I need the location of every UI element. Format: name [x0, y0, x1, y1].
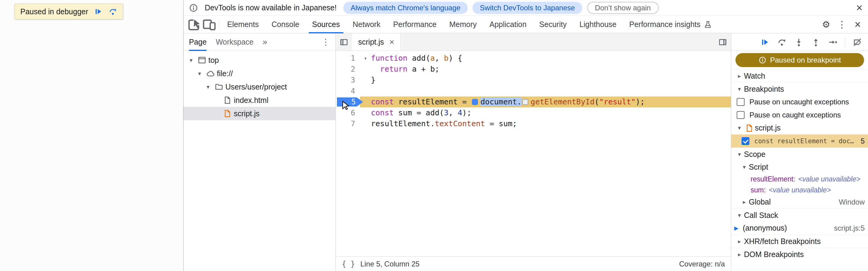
debugger-sections: Paused on breakpoint ▸ Watch ▾ Breakpoin… [731, 51, 868, 271]
scope-variable-row[interactable]: sum: <value unavailable> [731, 184, 868, 195]
breakpoint-checkbox[interactable] [742, 137, 749, 145]
close-devtools-icon[interactable]: × [850, 17, 865, 32]
tab-elements[interactable]: Elements [221, 16, 265, 33]
chevron-down-icon[interactable]: ▾ [187, 57, 196, 64]
tree-item-users-user-project[interactable]: ▾Users/user/project [184, 80, 335, 93]
step-button[interactable] [828, 37, 838, 47]
scope-script-group-header[interactable]: ▾ Script [731, 160, 868, 174]
toolbar-separator [219, 20, 219, 29]
device-toolbar-icon[interactable] [202, 16, 217, 33]
mouse-cursor [340, 100, 351, 111]
tree-item-script-js[interactable]: script.js [184, 107, 335, 120]
toggle-navigator-icon[interactable] [336, 33, 352, 51]
code-line-4[interactable]: 4 [336, 86, 731, 96]
infobar-message: DevTools is now available in Japanese! [205, 3, 337, 12]
call-stack-frame[interactable]: ▶ (anonymous) script.js:5 [731, 221, 868, 235]
watch-section-header[interactable]: ▸ Watch [731, 69, 868, 82]
breakpoint-file-group-header[interactable]: ▾ script.js [731, 121, 868, 134]
chevron-down-icon[interactable]: ▾ [195, 70, 204, 77]
tab-label: Memory [449, 20, 476, 29]
code-token: add( [407, 54, 430, 62]
chevron-right-icon: ▸ [735, 238, 744, 245]
code-token: ); [462, 108, 471, 117]
code-line-5[interactable]: 5const resultElement = document.getEleme… [336, 96, 731, 108]
always-match-chrome-s-language-button[interactable]: Always match Chrome's language [343, 2, 468, 14]
code-line-2[interactable]: 2 return a + b; [336, 64, 731, 74]
don-t-show-again-button[interactable]: Don’t show again [587, 2, 659, 14]
line-number-4[interactable]: 4 [336, 86, 360, 96]
resume-button[interactable] [760, 37, 770, 47]
step-into-button[interactable] [794, 37, 804, 47]
paused-in-debugger-banner: Paused in debugger [14, 4, 123, 20]
tab-console[interactable]: Console [265, 16, 306, 33]
tab-workspace[interactable]: Workspace [216, 33, 253, 51]
pause-uncaught-label: Pause on uncaught exceptions [749, 98, 849, 106]
tab-sources[interactable]: Sources [306, 16, 346, 33]
chevron-down-icon[interactable]: ▾ [204, 84, 213, 90]
paused-message-label: Paused on breakpoint [770, 56, 841, 64]
code-token: return [380, 65, 407, 73]
tab-security[interactable]: Security [533, 16, 573, 33]
tree-item-label: index.html [234, 96, 269, 105]
inspect-icon[interactable] [187, 16, 202, 33]
line-number-3[interactable]: 3 [336, 74, 360, 86]
tree-item-index-html[interactable]: index.html [184, 93, 335, 107]
code-line-1[interactable]: 1▾function add(a, b) { [336, 53, 731, 64]
scope-variable-row[interactable]: resultElement: <value unavailable> [731, 174, 868, 184]
xhr-breakpoints-section-header[interactable]: ▸ XHR/fetch Breakpoints [731, 235, 868, 248]
tab-lighthouse[interactable]: Lighthouse [573, 16, 623, 33]
scope-global-group-header[interactable]: ▸ Global Window [731, 195, 868, 209]
pretty-print-icon[interactable]: { } [342, 260, 355, 268]
close-icon[interactable]: × [856, 2, 863, 13]
code-line-6[interactable]: 6const sum = add(3, 4); [336, 108, 731, 118]
tree-item-top[interactable]: ▾top [184, 53, 335, 67]
step-over-icon[interactable] [108, 7, 117, 16]
tab-performance-insights[interactable]: Performance insights [623, 16, 718, 33]
tab-application[interactable]: Application [483, 16, 533, 33]
devtools-tabbar: ElementsConsoleSourcesNetworkPerformance… [184, 16, 868, 33]
breakpoint-entry[interactable]: const resultElement = doc… 5 [731, 134, 868, 148]
more-menu-icon[interactable]: ⋮ [835, 17, 849, 32]
switch-devtools-to-japanese-button[interactable]: Switch DevTools to Japanese [472, 2, 582, 14]
fold-gutter [360, 118, 371, 129]
line-number-1[interactable]: 1 [336, 53, 360, 64]
close-tab-icon[interactable]: × [390, 38, 394, 47]
code-line-3[interactable]: 3} [336, 74, 731, 86]
dom-breakpoints-section-header[interactable]: ▸ DOM Breakpoints [731, 248, 868, 261]
file-tree: ▾top▾file://▾Users/user/projectindex.htm… [184, 51, 335, 120]
script-file-icon [744, 123, 755, 132]
tab-page[interactable]: Page [189, 33, 207, 51]
deactivate-breakpoints-button[interactable] [852, 37, 862, 47]
scope-script-label: Script [749, 163, 768, 172]
breakpoints-section-header[interactable]: ▾ Breakpoints [731, 82, 868, 95]
pause-caught-checkbox[interactable] [737, 111, 745, 119]
code-token: } [371, 76, 375, 84]
step-out-button[interactable] [811, 37, 821, 47]
code-fold-icon[interactable]: ▾ [360, 53, 371, 64]
tab-network[interactable]: Network [346, 16, 387, 33]
xhr-breakpoints-label: XHR/fetch Breakpoints [744, 237, 821, 246]
scope-section-header[interactable]: ▾ Scope [731, 148, 868, 160]
inline-breakpoint-marker-active[interactable] [472, 99, 478, 105]
pause-uncaught-checkbox[interactable] [737, 98, 745, 106]
chevron-double-right-icon[interactable]: » [262, 37, 267, 47]
settings-gear-icon[interactable]: ⚙ [819, 17, 833, 32]
pause-uncaught-exceptions-row[interactable]: Pause on uncaught exceptions [731, 95, 868, 108]
code-line-7[interactable]: 7resultElement.textContent = sum; [336, 118, 731, 129]
tree-item-file[interactable]: ▾file:// [184, 67, 335, 80]
pause-caught-exceptions-row[interactable]: Pause on caught exceptions [731, 108, 868, 121]
tab-memory[interactable]: Memory [443, 16, 483, 33]
line-number-2[interactable]: 2 [336, 64, 360, 74]
step-over-button[interactable] [777, 37, 787, 47]
editor-tab-scriptjs[interactable]: script.js × [352, 33, 401, 51]
toggle-debugger-sidebar-icon[interactable] [718, 33, 731, 51]
line-number-5[interactable]: 5 [336, 96, 360, 108]
tab-performance[interactable]: Performance [387, 16, 443, 33]
code-token: 4 [458, 108, 462, 117]
line-number-7[interactable]: 7 [336, 118, 360, 129]
chevron-right-icon: ▸ [735, 72, 744, 80]
inline-breakpoint-marker[interactable] [522, 99, 528, 105]
resume-icon[interactable] [94, 7, 103, 16]
call-stack-section-header[interactable]: ▾ Call Stack [731, 209, 868, 221]
kebab-menu-icon[interactable]: ⋮ [321, 37, 330, 47]
